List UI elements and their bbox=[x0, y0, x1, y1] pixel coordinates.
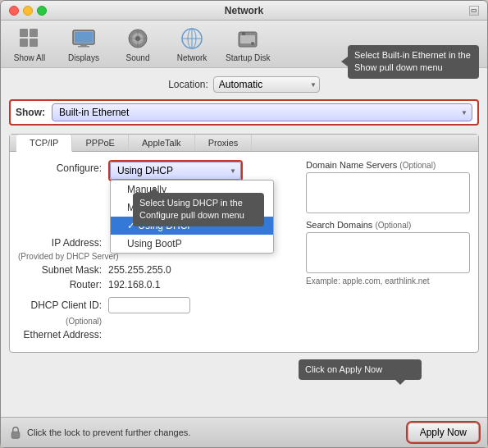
tabs-header: TCP/IP PPPoE AppleTalk Proxies bbox=[10, 135, 478, 152]
dhcp-client-id-input[interactable] bbox=[108, 297, 190, 313]
tooltip-apply-hint: Click on Apply Now bbox=[299, 359, 422, 380]
search-section: Search Domains (Optional) Example: apple… bbox=[306, 220, 470, 286]
minimize-button[interactable] bbox=[23, 6, 33, 16]
show-select[interactable]: Built-in Ethernet bbox=[52, 103, 472, 121]
location-select[interactable]: Automatic bbox=[213, 76, 320, 93]
two-col-layout: Configure: Using DHCP Manually Manually … bbox=[18, 160, 470, 344]
svg-point-19 bbox=[251, 42, 254, 45]
tabs-body: Configure: Using DHCP Manually Manually … bbox=[10, 152, 478, 352]
content-area: Location: Automatic Show: Built-in Ether… bbox=[1, 68, 487, 417]
tab-proxies[interactable]: Proxies bbox=[195, 135, 253, 151]
bottom-bar: Click the lock to prevent further change… bbox=[1, 417, 487, 447]
svg-rect-20 bbox=[242, 32, 245, 35]
example-text: Example: apple.com, earthlink.net bbox=[306, 277, 470, 286]
lock-icon bbox=[9, 426, 22, 439]
grid-icon bbox=[16, 25, 43, 52]
main-window: Network ▭ Show All bbox=[0, 0, 488, 448]
svg-rect-0 bbox=[20, 29, 28, 37]
apply-now-button[interactable]: Apply Now bbox=[408, 423, 479, 442]
subnet-mask-value: 255.255.255.0 bbox=[108, 264, 171, 276]
ip-address-sub-label: (Provided by DHCP Server) bbox=[18, 252, 125, 261]
toolbar-item-network[interactable]: Network bbox=[171, 25, 212, 62]
location-row: Location: Automatic bbox=[9, 76, 479, 93]
dns-textarea[interactable] bbox=[306, 172, 470, 213]
ethernet-address-row: Ethernet Address: bbox=[18, 329, 299, 341]
search-textarea[interactable] bbox=[306, 232, 470, 273]
dhcp-client-id-sub-row: (Optional) bbox=[18, 317, 299, 326]
traffic-lights bbox=[9, 6, 47, 16]
configure-row: Configure: Using DHCP Manually Manually … bbox=[18, 160, 299, 181]
tabs-container: TCP/IP PPPoE AppleTalk Proxies Configure… bbox=[9, 134, 479, 353]
svg-rect-2 bbox=[20, 39, 28, 47]
toolbar-item-displays[interactable]: Displays bbox=[63, 25, 104, 62]
window-title: Network bbox=[225, 5, 263, 16]
disk-icon bbox=[235, 25, 261, 52]
toolbar-label-network: Network bbox=[177, 53, 208, 62]
maximize-button[interactable] bbox=[37, 6, 47, 16]
show-select-wrapper[interactable]: Built-in Ethernet bbox=[52, 103, 472, 121]
display-icon bbox=[71, 25, 97, 52]
lock-text: Click the lock to prevent further change… bbox=[27, 427, 190, 437]
tab-tcpip[interactable]: TCP/IP bbox=[16, 135, 72, 152]
show-label: Show: bbox=[16, 107, 45, 118]
dns-label: Domain Name Servers (Optional) bbox=[306, 160, 470, 170]
show-row: Show: Built-in Ethernet bbox=[9, 99, 479, 126]
dhcp-client-id-row: DHCP Client ID: bbox=[18, 297, 299, 313]
svg-rect-7 bbox=[78, 46, 89, 48]
router-label: Router: bbox=[18, 279, 108, 290]
ip-address-label: IP Address: bbox=[18, 237, 108, 249]
svg-rect-3 bbox=[30, 39, 38, 47]
toolbar-item-startup-disk[interactable]: Startup Disk bbox=[226, 25, 270, 62]
toolbar-label-show-all: Show All bbox=[14, 53, 45, 62]
svg-rect-1 bbox=[30, 29, 38, 37]
router-value: 192.168.0.1 bbox=[108, 279, 160, 290]
search-label: Search Domains (Optional) bbox=[306, 220, 470, 230]
left-column: Configure: Using DHCP Manually Manually … bbox=[18, 160, 299, 344]
close-button[interactable] bbox=[9, 6, 19, 16]
svg-rect-5 bbox=[75, 32, 93, 43]
router-row: Router: 192.168.0.1 bbox=[18, 279, 299, 290]
toolbar: Show All Displays bbox=[1, 21, 487, 68]
location-label: Location: bbox=[168, 79, 208, 90]
location-select-wrapper[interactable]: Automatic bbox=[213, 76, 320, 93]
tab-appletalk[interactable]: AppleTalk bbox=[129, 135, 195, 151]
titlebar: Network ▭ bbox=[1, 1, 487, 21]
dhcp-client-id-label: DHCP Client ID: bbox=[18, 299, 108, 311]
resize-button[interactable]: ▭ bbox=[469, 6, 479, 16]
toolbar-label-sound: Sound bbox=[126, 53, 150, 62]
svg-rect-21 bbox=[11, 432, 20, 438]
dhcp-client-id-sub: (Optional) bbox=[18, 317, 108, 326]
toolbar-label-startup-disk: Startup Disk bbox=[226, 53, 270, 62]
tab-pppoe[interactable]: PPPoE bbox=[72, 135, 128, 151]
dropdown-item-using-bootp[interactable]: Using BootP bbox=[111, 235, 273, 253]
toolbar-item-show-all[interactable]: Show All bbox=[9, 25, 50, 62]
toolbar-item-sound[interactable]: Sound bbox=[117, 25, 158, 62]
configure-field-label: Configure: bbox=[18, 160, 108, 174]
subnet-mask-label: Subnet Mask: bbox=[18, 264, 108, 276]
configure-select-wrapper[interactable]: Using DHCP Manually Manually using DHCP … bbox=[108, 160, 243, 181]
dns-section: Domain Name Servers (Optional) bbox=[306, 160, 470, 215]
lock-area[interactable]: Click the lock to prevent further change… bbox=[9, 426, 190, 439]
network-icon bbox=[179, 25, 205, 52]
svg-rect-6 bbox=[80, 44, 87, 46]
right-column: Domain Name Servers (Optional) Search Do… bbox=[306, 160, 470, 344]
toolbar-label-displays: Displays bbox=[68, 53, 99, 62]
ethernet-address-label: Ethernet Address: bbox=[18, 329, 108, 341]
subnet-mask-row: Subnet Mask: 255.255.255.0 bbox=[18, 264, 299, 276]
tooltip-configure-hint: Select Using DHCP in the Configure pull … bbox=[133, 193, 264, 226]
configure-select[interactable]: Using DHCP bbox=[110, 162, 241, 180]
tooltip-ethernet-hint: Select Built-in Ethernet in the Show pul… bbox=[348, 45, 479, 79]
sound-icon bbox=[125, 25, 151, 52]
